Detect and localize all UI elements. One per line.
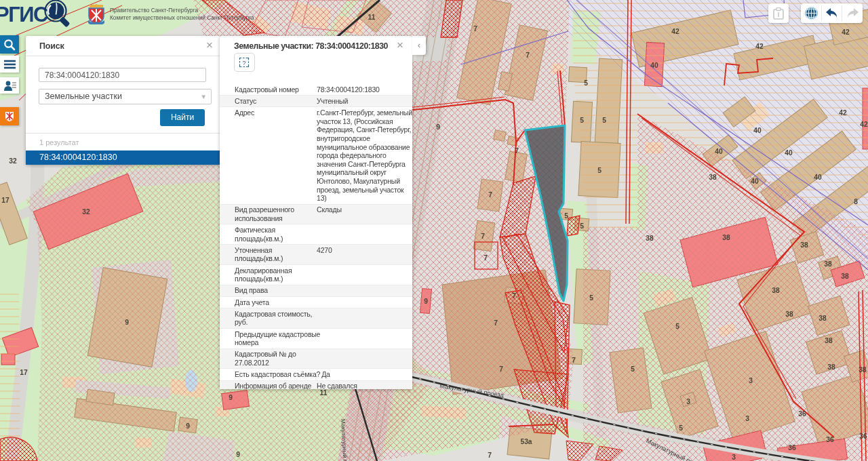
svg-text:9: 9 [424,298,428,305]
svg-text:38: 38 [827,363,835,371]
svg-text:11: 11 [368,14,376,21]
svg-text:38: 38 [722,234,730,241]
svg-text:7: 7 [488,191,492,199]
svg-text:3: 3 [745,415,749,422]
svg-text:36: 36 [859,433,867,440]
svg-text:42: 42 [839,109,847,117]
svg-text:40: 40 [753,127,762,134]
svg-text:3: 3 [749,377,753,384]
svg-text:32: 32 [9,157,17,165]
svg-text:42: 42 [860,121,868,128]
svg-text:7: 7 [512,292,516,300]
svg-text:40: 40 [715,148,723,155]
svg-text:40: 40 [751,178,759,185]
svg-text:9: 9 [125,319,129,326]
svg-text:8: 8 [854,198,858,205]
svg-text:5: 5 [675,323,679,330]
svg-text:11: 11 [320,389,328,397]
svg-text:38: 38 [800,241,808,249]
svg-text:38: 38 [841,273,849,280]
svg-text:36: 36 [788,444,796,452]
svg-text:42: 42 [842,28,850,36]
svg-text:38: 38 [772,287,780,294]
svg-text:7: 7 [473,25,477,33]
svg-text:5: 5 [679,424,683,432]
svg-text:5: 5 [631,365,635,373]
svg-text:42: 42 [671,28,679,35]
svg-text:7: 7 [515,147,519,155]
svg-text:38: 38 [859,366,867,374]
svg-text:5: 5 [564,212,568,220]
svg-text:36: 36 [826,436,834,443]
svg-text:9: 9 [236,451,240,458]
svg-text:7: 7 [488,452,492,459]
svg-text:38: 38 [824,260,832,268]
svg-text:3: 3 [686,398,690,405]
svg-text:7: 7 [499,365,503,373]
svg-text:40: 40 [650,62,658,69]
svg-text:5: 5 [584,79,588,87]
svg-text:38: 38 [785,310,793,318]
svg-text:5: 5 [589,294,593,302]
svg-text:38: 38 [646,235,654,242]
svg-text:53а: 53а [520,438,532,445]
svg-text:5: 5 [580,117,584,124]
svg-text:40: 40 [785,149,793,157]
svg-text:40: 40 [814,174,822,181]
svg-text:9: 9 [436,123,440,131]
svg-text:5: 5 [597,167,601,174]
svg-text:3: 3 [732,454,736,461]
svg-text:5: 5 [580,222,584,230]
svg-text:7: 7 [481,233,485,240]
svg-text:38: 38 [709,174,717,181]
svg-text:7: 7 [526,52,530,59]
svg-text:7: 7 [484,254,488,262]
svg-text:36: 36 [798,410,806,418]
svg-text:9: 9 [186,422,190,430]
svg-text:42: 42 [755,43,764,50]
svg-text:5: 5 [602,117,606,124]
svg-text:17: 17 [1,197,9,204]
svg-text:7: 7 [494,319,498,327]
svg-text:38: 38 [818,315,827,322]
svg-text:?: ? [242,60,245,66]
svg-text:9: 9 [229,394,233,401]
svg-text:17: 17 [20,369,28,376]
svg-text:38: 38 [825,337,833,344]
svg-text:32: 32 [82,208,90,216]
svg-text:7: 7 [572,357,576,364]
